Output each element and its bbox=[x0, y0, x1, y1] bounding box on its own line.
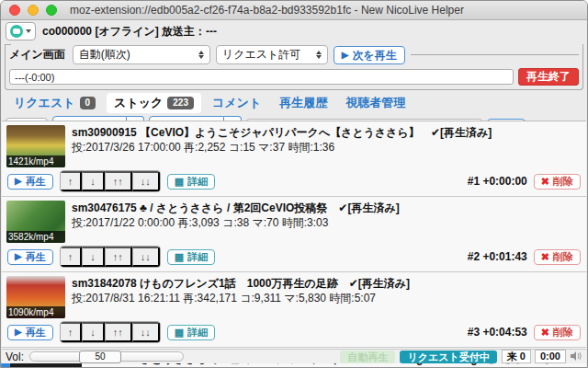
video-thumbnail: 1421k/mp4 bbox=[6, 125, 65, 167]
speaker-icon[interactable] bbox=[571, 351, 582, 363]
app-window: moz-extension://edb005a2-cf26-f74a-b8a2-… bbox=[0, 0, 588, 368]
queue-position: #3 +0:04:53 bbox=[468, 326, 527, 339]
move-top-button[interactable]: ↑↑ bbox=[105, 171, 132, 191]
delete-button[interactable]: ✖削除 bbox=[534, 249, 581, 265]
grid-icon: ▦ bbox=[175, 328, 184, 338]
auto-play-toggle[interactable]: 自動再生 bbox=[340, 351, 395, 363]
move-top-button[interactable]: ↑↑ bbox=[105, 322, 132, 342]
move-up-button[interactable]: ↑ bbox=[61, 322, 83, 342]
request-permission-select[interactable]: リクエスト許可 bbox=[216, 45, 328, 64]
volume-slider[interactable]: 50 bbox=[29, 351, 184, 362]
cross-icon: ✖ bbox=[541, 252, 549, 262]
video-title: sm30476175 ♣ / さとうささら / 第2回CeVIO投稿祭✔[再生済… bbox=[72, 201, 400, 215]
play-button[interactable]: ▶再生 bbox=[7, 249, 53, 265]
play-next-button[interactable]: ▶ 次を再生 bbox=[334, 46, 405, 64]
main-panel-legend: メイン画面 bbox=[9, 47, 67, 63]
cross-icon: ✖ bbox=[541, 328, 549, 338]
now-playing-field[interactable] bbox=[9, 69, 514, 85]
stock-item: 1421k/mp4 sm30900915 【CeVIO】ようこそジャパリパークへ… bbox=[2, 121, 586, 197]
tab-stock[interactable]: ストック 223 bbox=[107, 93, 201, 113]
main-panel: メイン画面 自動(順次) リクエスト許可 ▶ 次を再生 再生終了 bbox=[5, 44, 583, 90]
move-bottom-button[interactable]: ↓↓ bbox=[132, 171, 160, 191]
move-button-group: ↑ ↓ ↑↑ ↓↓ bbox=[60, 170, 161, 192]
end-play-button[interactable]: 再生終了 bbox=[518, 68, 579, 86]
stock-item: 3582k/mp4 sm30476175 ♣ / さとうささら / 第2回CeV… bbox=[2, 197, 586, 272]
stock-count-badge: 223 bbox=[167, 97, 194, 109]
played-badge: ✔[再生済み] bbox=[431, 126, 492, 139]
cross-icon: ✖ bbox=[541, 177, 549, 187]
grid-icon: ▦ bbox=[175, 177, 184, 187]
request-count-badge: 0 bbox=[80, 97, 96, 109]
stock-item: 1090k/mp4 sm31842078 けものフレンズ1話 1000万再生の足… bbox=[2, 272, 586, 348]
move-button-group: ↑ ↓ ↑↑ ↓↓ bbox=[60, 321, 161, 343]
detail-button[interactable]: ▦詳細 bbox=[167, 249, 215, 265]
play-mode-select[interactable]: 自動(順次) bbox=[73, 45, 210, 64]
bitrate-label: 1090k/mp4 bbox=[6, 306, 65, 318]
tab-request[interactable]: リクエスト 0 bbox=[6, 93, 103, 113]
bitrate-label: 3582k/mp4 bbox=[6, 231, 65, 243]
broadcaster-row: co000000 [オフライン] 放送主：--- bbox=[1, 20, 587, 42]
select-arrows-icon bbox=[316, 51, 322, 59]
video-title: sm31842078 けものフレンズ1話 1000万再生の足跡✔[再生済み] bbox=[72, 276, 410, 291]
elapsed-time: 0:00 bbox=[535, 350, 566, 363]
move-button-group: ↑ ↓ ↑↑ ↓↓ bbox=[60, 246, 161, 268]
video-thumbnail: 1090k/mp4 bbox=[6, 276, 65, 318]
bitrate-label: 1421k/mp4 bbox=[6, 155, 65, 167]
move-up-button[interactable]: ↑ bbox=[61, 171, 83, 191]
detail-button[interactable]: ▦詳細 bbox=[167, 325, 215, 340]
chevron-down-icon bbox=[26, 29, 31, 33]
broadcaster-menu-button[interactable] bbox=[6, 22, 36, 40]
close-button[interactable] bbox=[9, 5, 20, 16]
stock-list: 1421k/mp4 sm30900915 【CeVIO】ようこそジャパリパークへ… bbox=[2, 121, 586, 367]
request-accepting-toggle[interactable]: リクエスト受付中 bbox=[400, 351, 496, 363]
played-badge: ✔[再生済み] bbox=[338, 201, 399, 214]
delete-button[interactable]: ✖削除 bbox=[534, 174, 581, 190]
move-top-button[interactable]: ↑↑ bbox=[105, 247, 132, 267]
move-up-button[interactable]: ↑ bbox=[61, 247, 83, 267]
minimize-button[interactable] bbox=[28, 5, 39, 16]
play-button[interactable]: ▶再生 bbox=[7, 325, 53, 340]
select-arrows-icon bbox=[198, 51, 204, 59]
play-icon: ▶ bbox=[15, 328, 22, 337]
played-badge: ✔[再生済み] bbox=[349, 277, 410, 290]
next-thumbnail-fragment bbox=[10, 363, 82, 367]
play-icon: ▶ bbox=[342, 51, 349, 60]
queue-position: #1 +0:00:00 bbox=[468, 175, 527, 188]
status-bar: Vol: 50 自動再生 リクエスト受付中 来 0 0:00 bbox=[2, 349, 586, 363]
video-info: 投:2017/8/31 16:21:11 再:342,171 コ:9,311 マ… bbox=[72, 291, 410, 305]
delete-button[interactable]: ✖削除 bbox=[534, 325, 581, 340]
visitor-count: 来 0 bbox=[502, 350, 531, 363]
grid-icon: ▦ bbox=[175, 252, 184, 262]
window-title: moz-extension://edb005a2-cf26-f74a-b8a2-… bbox=[70, 4, 464, 17]
video-info: 投:2017/3/26 17:00:00 再:2,252 コ:15 マ:37 時… bbox=[72, 140, 492, 155]
nicolive-icon bbox=[10, 25, 23, 38]
move-bottom-button[interactable]: ↓↓ bbox=[132, 322, 160, 342]
zoom-button[interactable] bbox=[46, 5, 57, 16]
play-icon: ▶ bbox=[15, 177, 22, 186]
play-icon: ▶ bbox=[15, 252, 22, 261]
video-title: sm30900915 【CeVIO】ようこそジャパリパークへ【さとうささら】✔[… bbox=[72, 125, 492, 140]
video-thumbnail: 3582k/mp4 bbox=[6, 201, 65, 243]
move-down-button[interactable]: ↓ bbox=[82, 322, 105, 342]
tab-viewer-management[interactable]: 視聴者管理 bbox=[338, 93, 413, 113]
move-bottom-button[interactable]: ↓↓ bbox=[132, 247, 160, 267]
play-button[interactable]: ▶再生 bbox=[7, 174, 53, 190]
volume-label: Vol: bbox=[6, 351, 24, 363]
detail-button[interactable]: ▦詳細 bbox=[167, 174, 215, 190]
tab-comment[interactable]: コメント bbox=[205, 93, 268, 113]
queue-position: #2 +0:01:43 bbox=[468, 250, 527, 263]
tab-play-history[interactable]: 再生履歴 bbox=[272, 93, 334, 113]
tab-bar: リクエスト 0 ストック 223 コメント 再生履歴 視聴者管理 bbox=[1, 92, 587, 114]
title-bar: moz-extension://edb005a2-cf26-f74a-b8a2-… bbox=[1, 1, 587, 20]
volume-slider-thumb[interactable]: 50 bbox=[79, 351, 121, 363]
move-down-button[interactable]: ↓ bbox=[82, 247, 105, 267]
broadcast-status: co000000 [オフライン] 放送主：--- bbox=[42, 24, 217, 40]
video-info: 投:2017/1/22 0:00:00 再:3,093 コ:38 マ:70 時間… bbox=[72, 215, 400, 230]
panel-border-line bbox=[411, 54, 579, 55]
move-down-button[interactable]: ↓ bbox=[82, 171, 105, 191]
